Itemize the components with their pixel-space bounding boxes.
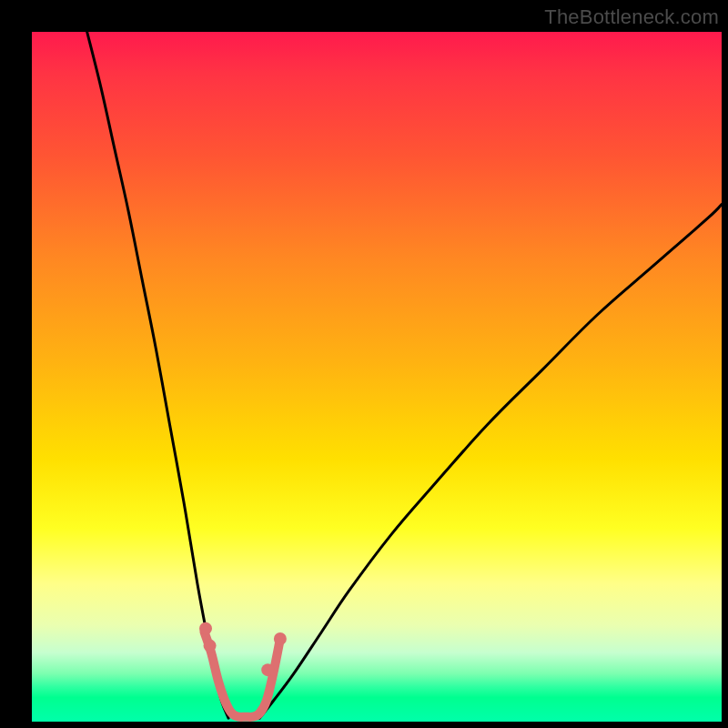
series-left-curve [87, 32, 228, 718]
valley-dot-2 [261, 663, 274, 676]
valley-dot-3 [274, 632, 287, 645]
watermark-text: TheBottleneck.com [544, 5, 719, 29]
valley-dot-1 [204, 640, 217, 652]
curve-layer [32, 32, 722, 722]
chart-frame: TheBottleneck.com [0, 0, 728, 728]
valley-dot-0 [199, 622, 212, 635]
plot-area [32, 32, 722, 722]
series-right-curve [259, 205, 722, 719]
